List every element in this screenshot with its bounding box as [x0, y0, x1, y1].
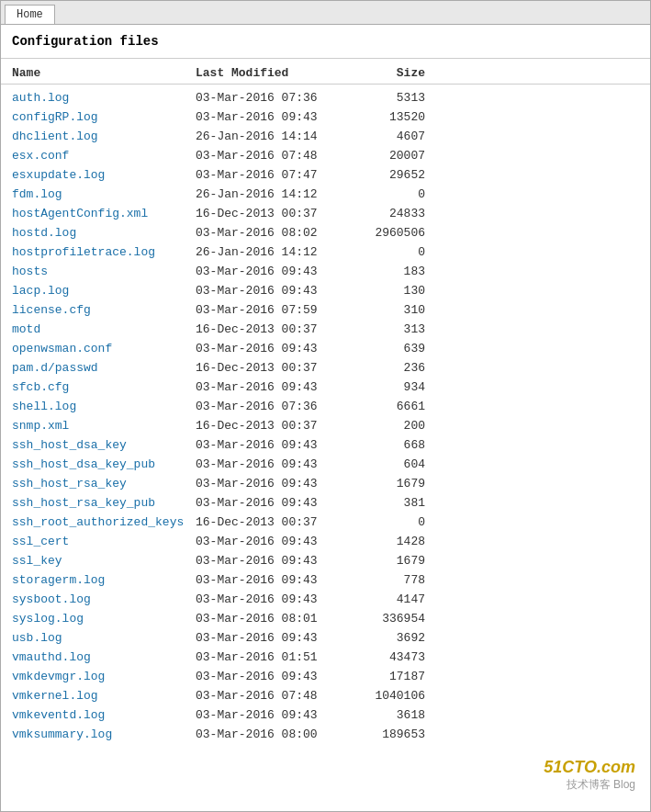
- file-link[interactable]: ssh_host_rsa_key: [12, 477, 196, 491]
- file-link[interactable]: fdm.log: [12, 187, 196, 201]
- col-header-modified: Last Modified: [196, 66, 352, 80]
- file-date: 03-Mar-2016 01:51: [196, 650, 352, 664]
- file-link[interactable]: motd: [12, 322, 196, 336]
- file-link[interactable]: esxupdate.log: [12, 168, 196, 182]
- file-size: 236: [352, 361, 425, 375]
- file-date: 03-Mar-2016 09:43: [196, 380, 352, 394]
- file-size: 604: [352, 457, 425, 471]
- file-link[interactable]: vmkdevmgr.log: [12, 670, 196, 683]
- file-date: 03-Mar-2016 07:48: [196, 149, 352, 163]
- file-size: 0: [352, 245, 425, 259]
- file-size: 5313: [352, 91, 425, 105]
- file-link[interactable]: vmkernel.log: [12, 689, 196, 703]
- table-header: Name Last Modified Size: [1, 59, 650, 85]
- file-size: 310: [352, 303, 425, 317]
- file-link[interactable]: ssh_host_rsa_key_pub: [12, 496, 196, 510]
- file-link[interactable]: esx.conf: [12, 149, 196, 163]
- table-row: ssh_host_rsa_key03-Mar-2016 09:431679: [1, 474, 650, 493]
- file-link[interactable]: vmkeventd.log: [12, 708, 196, 722]
- table-row: ssl_cert03-Mar-2016 09:431428: [1, 532, 650, 551]
- table-row: esxupdate.log03-Mar-2016 07:4729652: [1, 165, 650, 185]
- file-date: 03-Mar-2016 09:43: [196, 631, 352, 645]
- table-row: hostprofiletrace.log26-Jan-2016 14:120: [1, 242, 650, 262]
- file-size: 43473: [352, 650, 425, 664]
- file-link[interactable]: shell.log: [12, 400, 196, 413]
- file-link[interactable]: ssl_key: [12, 554, 196, 568]
- file-link[interactable]: hostd.log: [12, 226, 196, 240]
- table-row: ssh_host_dsa_key03-Mar-2016 09:43668: [1, 435, 650, 455]
- file-link[interactable]: hostprofiletrace.log: [12, 245, 196, 259]
- file-link[interactable]: sfcb.cfg: [12, 380, 196, 394]
- file-date: 26-Jan-2016 14:14: [196, 130, 352, 143]
- file-link[interactable]: dhclient.log: [12, 130, 196, 143]
- file-link[interactable]: configRP.log: [12, 110, 196, 124]
- file-size: 6661: [352, 400, 425, 413]
- file-link[interactable]: vmksummary.log: [12, 727, 196, 741]
- table-row: usb.log03-Mar-2016 09:433692: [1, 628, 650, 648]
- file-link[interactable]: pam.d/passwd: [12, 361, 196, 375]
- table-row: dhclient.log26-Jan-2016 14:144607: [1, 127, 650, 146]
- file-size: 3618: [352, 708, 425, 722]
- file-size: 1040106: [352, 689, 425, 703]
- file-date: 16-Dec-2013 00:37: [196, 322, 352, 336]
- table-row: vmksummary.log03-Mar-2016 08:00189653: [1, 725, 650, 744]
- file-size: 29652: [352, 168, 425, 182]
- file-date: 16-Dec-2013 00:37: [196, 515, 352, 529]
- file-link[interactable]: openwsman.conf: [12, 342, 196, 355]
- file-date: 03-Mar-2016 07:59: [196, 303, 352, 317]
- table-row: storagerm.log03-Mar-2016 09:43778: [1, 570, 650, 590]
- file-date: 03-Mar-2016 07:36: [196, 91, 352, 105]
- file-size: 668: [352, 438, 425, 452]
- file-size: 1679: [352, 477, 425, 491]
- file-link[interactable]: sysboot.log: [12, 592, 196, 606]
- file-date: 03-Mar-2016 09:43: [196, 342, 352, 355]
- file-size: 336954: [352, 612, 425, 626]
- file-size: 200: [352, 419, 425, 433]
- file-size: 189653: [352, 727, 425, 741]
- table-row: hostd.log03-Mar-2016 08:022960506: [1, 223, 650, 242]
- table-row: vmkeventd.log03-Mar-2016 09:433618: [1, 705, 650, 725]
- file-date: 03-Mar-2016 09:43: [196, 110, 352, 124]
- table-row: vmkernel.log03-Mar-2016 07:481040106: [1, 686, 650, 705]
- file-size: 2960506: [352, 226, 425, 240]
- tab-home[interactable]: Home: [5, 5, 55, 24]
- file-date: 03-Mar-2016 09:43: [196, 535, 352, 548]
- file-date: 03-Mar-2016 09:43: [196, 592, 352, 606]
- file-size: 1428: [352, 535, 425, 548]
- file-date: 26-Jan-2016 14:12: [196, 245, 352, 259]
- file-link[interactable]: ssh_root_authorized_keys: [12, 515, 196, 529]
- file-link[interactable]: hosts: [12, 265, 196, 278]
- col-header-size: Size: [352, 66, 425, 80]
- file-link[interactable]: auth.log: [12, 91, 196, 105]
- file-date: 03-Mar-2016 08:02: [196, 226, 352, 240]
- file-link[interactable]: vmauthd.log: [12, 650, 196, 664]
- file-size: 1679: [352, 554, 425, 568]
- table-row: configRP.log03-Mar-2016 09:4313520: [1, 107, 650, 127]
- file-date: 03-Mar-2016 09:43: [196, 573, 352, 587]
- file-link[interactable]: snmp.xml: [12, 419, 196, 433]
- file-size: 4607: [352, 130, 425, 143]
- table-row: snmp.xml16-Dec-2013 00:37200: [1, 416, 650, 435]
- file-size: 0: [352, 515, 425, 529]
- file-link[interactable]: ssl_cert: [12, 535, 196, 548]
- file-link[interactable]: hostAgentConfig.xml: [12, 207, 196, 220]
- watermark-subtitle: 技术博客 Blog: [544, 777, 635, 793]
- table-row: motd16-Dec-2013 00:37313: [1, 320, 650, 339]
- file-size: 4147: [352, 592, 425, 606]
- table-row: esx.conf03-Mar-2016 07:4820007: [1, 146, 650, 165]
- table-row: lacp.log03-Mar-2016 09:43130: [1, 281, 650, 300]
- file-link[interactable]: ssh_host_dsa_key: [12, 438, 196, 452]
- file-link[interactable]: usb.log: [12, 631, 196, 645]
- file-date: 16-Dec-2013 00:37: [196, 207, 352, 220]
- file-link[interactable]: license.cfg: [12, 303, 196, 317]
- table-row: hosts03-Mar-2016 09:43183: [1, 262, 650, 281]
- file-size: 639: [352, 342, 425, 355]
- file-link[interactable]: ssh_host_dsa_key_pub: [12, 457, 196, 471]
- file-link[interactable]: lacp.log: [12, 284, 196, 298]
- table-row: ssh_host_dsa_key_pub03-Mar-2016 09:43604: [1, 455, 650, 474]
- file-link[interactable]: storagerm.log: [12, 573, 196, 587]
- file-link[interactable]: syslog.log: [12, 612, 196, 626]
- file-date: 26-Jan-2016 14:12: [196, 187, 352, 201]
- table-row: shell.log03-Mar-2016 07:366661: [1, 397, 650, 416]
- table-row: license.cfg03-Mar-2016 07:59310: [1, 300, 650, 320]
